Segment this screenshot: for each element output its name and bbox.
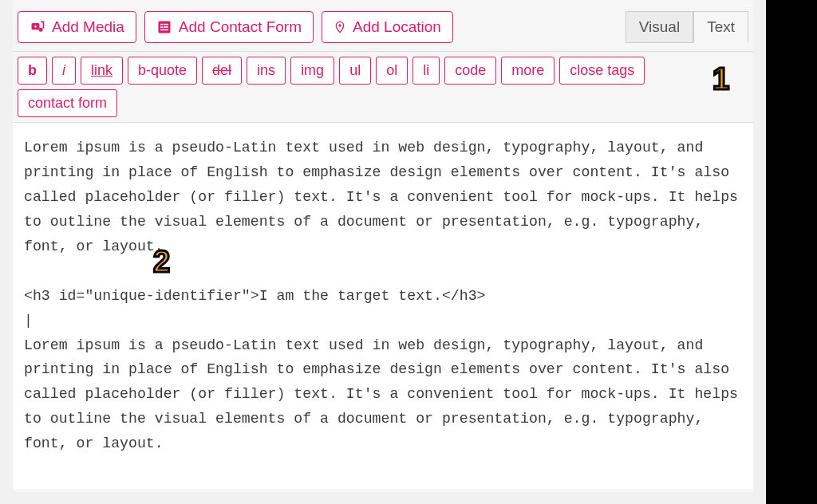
add-contact-form-button[interactable]: Add Contact Form [144,11,314,43]
qt-more-button[interactable]: more [501,57,555,85]
media-bar: Add Media Add Contact Form [13,0,753,51]
qt-del-button[interactable]: del [202,57,242,85]
qt-italic-button[interactable]: i [52,57,76,85]
form-icon [156,19,172,35]
qt-img-button[interactable]: img [290,57,334,85]
svg-rect-8 [160,30,168,31]
qt-code-button[interactable]: code [444,57,496,85]
svg-rect-7 [164,26,168,28]
add-location-label: Add Location [353,18,441,36]
qt-close-tags-button[interactable]: close tags [559,57,645,85]
right-black-bar [766,0,817,504]
qt-li-button[interactable]: li [412,57,440,85]
add-contact-form-label: Add Contact Form [179,18,302,36]
svg-point-2 [40,29,42,31]
qt-bquote-button[interactable]: b-quote [128,57,197,85]
content-textarea[interactable] [13,122,753,489]
qt-ins-button[interactable]: ins [247,57,286,85]
editor-mode-tabs: Visual Text [626,11,748,43]
add-location-button[interactable]: Add Location [322,11,453,43]
qt-link-button[interactable]: link [81,57,123,85]
svg-rect-6 [160,26,163,28]
add-media-button[interactable]: Add Media [18,11,136,43]
camera-music-icon [30,19,45,35]
svg-rect-4 [160,24,163,26]
svg-point-1 [34,25,37,28]
tab-text[interactable]: Text [693,11,748,43]
qt-bold-button[interactable]: b [18,57,47,85]
svg-rect-5 [164,24,168,26]
quicktags-toolbar: b i link b-quote del ins img ul ol li co… [13,51,753,122]
qt-contact-form-button[interactable]: contact form [18,89,117,117]
svg-point-9 [338,24,341,26]
add-media-label: Add Media [52,18,124,36]
tab-visual[interactable]: Visual [626,11,693,43]
qt-ol-button[interactable]: ol [376,57,408,85]
qt-ul-button[interactable]: ul [339,57,371,85]
location-pin-icon [334,19,346,35]
